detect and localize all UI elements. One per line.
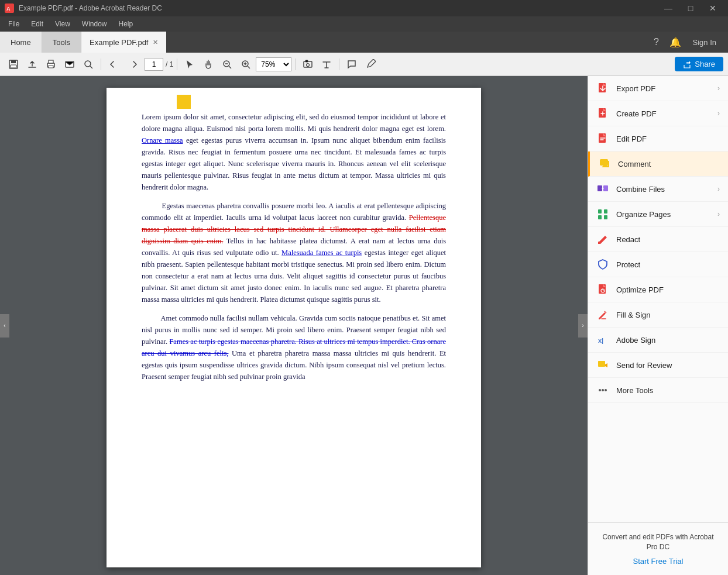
share-button[interactable]: Share [675, 57, 723, 71]
svg-point-20 [307, 63, 310, 66]
panel-item-export-pdf[interactable]: Export PDF › [588, 76, 728, 101]
close-button[interactable]: ✕ [702, 0, 723, 16]
svg-rect-7 [49, 66, 53, 68]
zoom-dropdown[interactable]: 75% 50% 100% 125% 150% [256, 57, 291, 71]
menu-file[interactable]: File [2, 16, 25, 32]
svg-rect-19 [305, 60, 308, 62]
pdf-viewer[interactable]: ‹ Lorem ipsum dolor sit amet, consectetu… [0, 76, 588, 575]
send-for-review-label: Send for Review [616, 361, 720, 370]
panel-item-more-tools[interactable]: More Tools [588, 378, 728, 403]
svg-rect-6 [49, 60, 53, 63]
select-tool-button[interactable] [181, 56, 198, 73]
type-tool-button[interactable] [318, 56, 335, 73]
panel-item-send-for-review[interactable]: Send for Review [588, 353, 728, 378]
tab-actions: ? 🔔 Sign In [648, 32, 728, 53]
zoom-out-button[interactable] [218, 56, 236, 73]
menu-help[interactable]: Help [113, 16, 139, 32]
comment-label: Comment [618, 160, 720, 168]
svg-rect-21 [599, 83, 606, 92]
title-bar-left: A Example PDF.pdf - Adobe Acrobat Reader… [5, 4, 162, 13]
sign-in-button[interactable]: Sign In [686, 38, 723, 47]
separator-4 [339, 58, 339, 70]
redact-icon [596, 233, 609, 246]
help-button[interactable]: ? [648, 34, 665, 50]
panel-item-adobe-sign[interactable]: x| Adobe Sign [588, 328, 728, 353]
left-panel-toggle[interactable]: ‹ [0, 314, 9, 338]
comment-tool-button[interactable] [343, 56, 360, 73]
pdf-page: Lorem ipsum dolor sit amet, consectetur … [107, 88, 481, 567]
pdf-scroll-area[interactable]: Lorem ipsum dolor sit amet, consectetur … [0, 76, 588, 575]
send-for-review-icon [596, 359, 609, 371]
panel-item-redact[interactable]: Redact [588, 227, 728, 252]
comment-icon [598, 157, 611, 170]
svg-rect-4 [11, 65, 16, 68]
adobe-sign-icon: x| [596, 333, 609, 346]
strikethrough-text-1: Pellentesque massa placerat duis ultrici… [142, 214, 446, 245]
tab-bar: Home Tools Example PDF.pdf ✕ ? 🔔 Sign In [0, 32, 728, 53]
menu-view[interactable]: View [49, 16, 76, 32]
panel-item-fill-sign[interactable]: Fill & Sign [588, 302, 728, 328]
panel-item-combine-files[interactable]: Combine Files › [588, 177, 728, 202]
start-free-trial-button[interactable]: Start Free Trial [633, 557, 684, 566]
pen-tool-button[interactable] [362, 56, 379, 73]
panel-item-edit-pdf[interactable]: Edit PDF [588, 126, 728, 152]
svg-line-13 [229, 66, 231, 68]
tab-spacer [166, 32, 648, 53]
svg-rect-30 [604, 215, 607, 219]
menu-bar: File Edit View Window Help [0, 16, 728, 32]
strikethrough-text-2: Fames ac turpis egestas maecenas pharetr… [142, 338, 446, 357]
window-controls: — □ ✕ [658, 0, 723, 16]
page-navigation: / 1 [105, 56, 173, 73]
more-tools-label: More Tools [616, 386, 720, 395]
tab-tools[interactable]: Tools [42, 32, 81, 53]
separator-3 [295, 58, 296, 70]
sticky-note[interactable] [177, 95, 191, 109]
tab-home[interactable]: Home [0, 32, 42, 53]
edit-pdf-icon [596, 132, 609, 145]
combine-files-chevron: › [717, 185, 720, 193]
snapshot-tool-button[interactable] [299, 56, 317, 73]
separator-2 [177, 58, 177, 70]
right-panel-toggle[interactable]: › [578, 314, 588, 338]
notifications-button[interactable]: 🔔 [667, 34, 684, 50]
next-page-button[interactable] [125, 56, 142, 73]
main-layout: ‹ Lorem ipsum dolor sit amet, consectetu… [0, 76, 728, 575]
organize-pages-chevron: › [717, 210, 720, 218]
toolbar: / 1 75% 50% 100% 125% 150% Share [0, 53, 728, 76]
email-button[interactable] [61, 56, 78, 73]
panel-item-create-pdf[interactable]: Create PDF › [588, 101, 728, 126]
menu-window[interactable]: Window [76, 16, 113, 32]
print-button[interactable] [42, 56, 60, 73]
tab-document[interactable]: Example PDF.pdf ✕ [81, 32, 166, 53]
tab-close-button[interactable]: ✕ [153, 39, 158, 46]
prev-page-button[interactable] [105, 56, 122, 73]
panel-promo: Convert and edit PDFs with Acrobat Pro D… [588, 522, 728, 575]
save-button[interactable] [5, 56, 22, 73]
panel-item-organize-pages[interactable]: Organize Pages › [588, 202, 728, 227]
svg-point-37 [602, 389, 604, 391]
maximize-button[interactable]: □ [680, 0, 701, 16]
panel-item-protect[interactable]: Protect [588, 252, 728, 277]
panel-item-comment[interactable]: Comment [588, 152, 728, 177]
window-title: Example PDF.pdf - Adobe Acrobat Reader D… [19, 4, 162, 12]
pdf-text-content: Lorem ipsum dolor sit amet, consectetur … [142, 111, 446, 383]
link-ornare-massa[interactable]: Ornare massa [142, 136, 183, 144]
protect-icon [596, 258, 609, 271]
hand-tool-button[interactable] [200, 56, 217, 73]
minimize-button[interactable]: — [658, 0, 679, 16]
promo-text: Convert and edit PDFs with Acrobat Pro D… [597, 532, 719, 552]
optimize-pdf-label: Optimize PDF [616, 285, 720, 294]
menu-edit[interactable]: Edit [25, 16, 49, 32]
upload-button[interactable] [23, 56, 41, 73]
protect-label: Protect [616, 260, 720, 269]
page-number-input[interactable] [145, 58, 163, 71]
svg-line-17 [248, 66, 250, 68]
zoom-in-button[interactable] [237, 56, 255, 73]
search-button[interactable] [80, 56, 97, 73]
svg-point-9 [85, 61, 91, 67]
create-pdf-label: Create PDF [616, 109, 710, 118]
svg-rect-28 [604, 209, 607, 214]
link-malesuada[interactable]: Malesuada fames ac turpis [281, 249, 362, 257]
panel-item-optimize-pdf[interactable]: Optimize PDF [588, 277, 728, 302]
svg-rect-26 [603, 185, 608, 191]
